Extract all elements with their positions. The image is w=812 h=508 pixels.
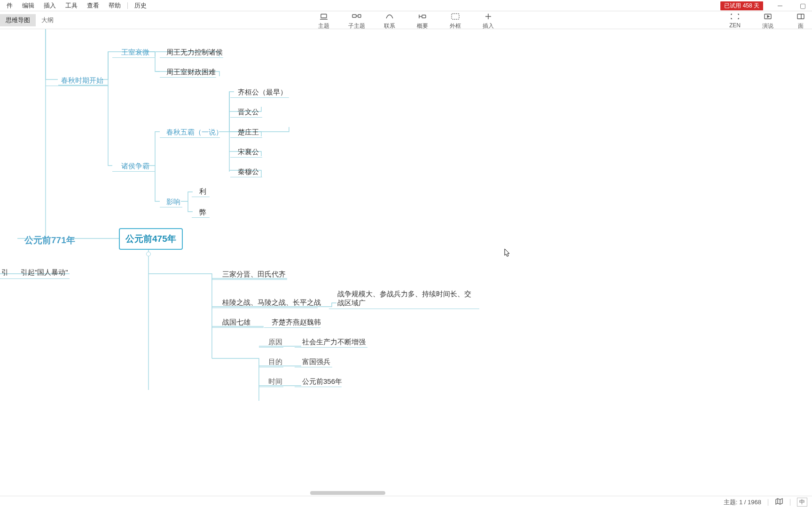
- fullscreen-icon: [730, 12, 740, 21]
- node-qihuan[interactable]: 齐桓公（最早）: [234, 86, 291, 99]
- toolbar-insert[interactable]: 插入: [479, 12, 498, 30]
- node-purpose[interactable]: 目的: [265, 356, 286, 368]
- window-maximize-icon[interactable]: ▢: [797, 2, 808, 9]
- node-zhou-finance[interactable]: 周王室财政困难: [163, 66, 219, 79]
- map-icon[interactable]: [775, 498, 783, 506]
- toolbar-zen[interactable]: ZEN: [726, 12, 744, 30]
- menu-file[interactable]: 件: [2, 0, 17, 11]
- toolbar-subtopic[interactable]: 子主题: [347, 12, 366, 30]
- svg-rect-0: [321, 14, 327, 18]
- toolbar-label: ZEN: [729, 22, 741, 29]
- underline: [259, 367, 283, 367]
- node-riot-partial[interactable]: 引: [0, 266, 12, 279]
- node-spring-start[interactable]: 春秋时期开始: [57, 74, 107, 87]
- underline: [295, 367, 332, 367]
- svg-rect-2: [358, 15, 361, 17]
- toolbar-summary[interactable]: 概要: [413, 12, 432, 30]
- node-time-v[interactable]: 公元前356年: [298, 375, 346, 388]
- svg-rect-4: [452, 14, 459, 19]
- summary-icon: [417, 12, 428, 21]
- underline: [259, 387, 283, 387]
- trial-badge[interactable]: 已试用 458 天: [720, 1, 763, 10]
- toolbar-boundary[interactable]: 外框: [446, 12, 465, 30]
- menu-insert[interactable]: 插入: [39, 0, 61, 11]
- underline: [160, 207, 182, 207]
- underline: [329, 309, 479, 309]
- node-pro[interactable]: 利: [195, 185, 210, 198]
- toolbar-present[interactable]: 演说: [758, 12, 777, 30]
- underline: [160, 57, 223, 58]
- node-riot[interactable]: 引起"国人暴动": [17, 266, 72, 279]
- menu-edit[interactable]: 编辑: [17, 0, 39, 11]
- underline: [295, 347, 367, 348]
- underline: [259, 347, 283, 348]
- toolbar-right: ZEN 演说 面: [726, 12, 810, 30]
- svg-rect-3: [422, 15, 426, 18]
- node-royal-decline[interactable]: 王室衰微: [117, 46, 153, 59]
- underline: [112, 171, 155, 172]
- subtopic-icon: [351, 12, 362, 21]
- node-sanjia[interactable]: 三家分晋、田氏代齐: [219, 268, 289, 281]
- underline: [0, 278, 70, 279]
- node-lords-war[interactable]: 诸侯争霸: [117, 160, 153, 173]
- hscrollbar-thumb[interactable]: [310, 491, 385, 495]
- boundary-icon: [450, 12, 461, 21]
- node-battles[interactable]: 桂陵之战、马陵之战、长平之战: [219, 296, 325, 309]
- status-bar: 主题: 1 / 1968 中: [0, 496, 812, 508]
- toolbar-topic[interactable]: 主题: [314, 12, 333, 30]
- underline: [192, 217, 210, 218]
- underline: [230, 97, 289, 98]
- node-reason[interactable]: 原因: [265, 336, 286, 349]
- window-controls: 已试用 458 天 ─ ▢: [720, 0, 812, 11]
- collapse-toggle-icon[interactable]: [146, 252, 151, 256]
- status-topic-label: 主题: 1 / 1968: [724, 498, 761, 507]
- underline: [112, 57, 155, 58]
- plus-icon: [483, 12, 493, 21]
- tab-mindmap[interactable]: 思维导图: [0, 14, 36, 26]
- node-zhou-nocontrol[interactable]: 周王无力控制诸侯: [163, 46, 226, 59]
- node-seven-list[interactable]: 齐楚齐燕赵魏韩: [268, 316, 325, 329]
- node-bc475-selected[interactable]: 公元前475年: [119, 228, 183, 250]
- node-five-hegemon[interactable]: 春秋五霸（一说）: [163, 126, 226, 139]
- topic-icon: [319, 12, 329, 21]
- node-chuzhuang[interactable]: 楚庄王: [234, 126, 263, 139]
- connectors: [0, 29, 812, 420]
- underline: [160, 137, 220, 138]
- underline: [192, 197, 210, 197]
- relation-icon: [384, 12, 395, 21]
- menu-sep: [127, 2, 128, 9]
- hscrollbar-track[interactable]: [0, 491, 812, 495]
- ime-indicator[interactable]: 中: [797, 498, 807, 507]
- node-songxiang[interactable]: 宋襄公: [234, 146, 263, 159]
- node-purpose-v[interactable]: 富国强兵: [298, 356, 334, 368]
- node-war-scale[interactable]: 战争规模大、参战兵力多、持续时间长、交战区域广: [334, 288, 479, 310]
- underline: [212, 308, 318, 308]
- node-jinwen[interactable]: 晋文公: [234, 106, 263, 119]
- node-seven[interactable]: 战国七雄: [219, 316, 254, 329]
- window-minimize-icon[interactable]: ─: [774, 2, 786, 9]
- node-con[interactable]: 弊: [195, 206, 210, 219]
- node-time[interactable]: 时间: [265, 375, 286, 388]
- tab-outline[interactable]: 大纲: [36, 14, 59, 26]
- underline: [230, 137, 262, 138]
- menu-tools[interactable]: 工具: [61, 0, 82, 11]
- panel-icon: [796, 12, 806, 21]
- menu-help[interactable]: 帮助: [104, 0, 125, 11]
- toolbar-relation[interactable]: 联系: [380, 12, 399, 30]
- node-qinmu[interactable]: 秦穆公: [234, 166, 263, 178]
- present-icon: [763, 12, 773, 21]
- menu-view[interactable]: 查看: [82, 0, 104, 11]
- underline: [212, 279, 287, 280]
- menu-bar: 件 编辑 插入 工具 查看 帮助 历史: [0, 0, 812, 11]
- svg-rect-1: [352, 15, 356, 17]
- node-reason-v[interactable]: 社会生产力不断增强: [298, 336, 369, 349]
- mindmap-canvas[interactable]: 公元前771年 公元前475年 引 引起"国人暴动" 春秋时期开始 王室衰微 周…: [0, 29, 812, 495]
- menu-history[interactable]: 历史: [130, 0, 151, 11]
- status-sep: [790, 499, 790, 506]
- underline: [295, 387, 342, 387]
- node-impact[interactable]: 影响: [163, 196, 184, 208]
- toolbar-panel[interactable]: 面: [791, 12, 810, 30]
- underline: [160, 77, 216, 78]
- svg-rect-6: [797, 14, 804, 19]
- node-bc771[interactable]: 公元前771年: [21, 232, 79, 248]
